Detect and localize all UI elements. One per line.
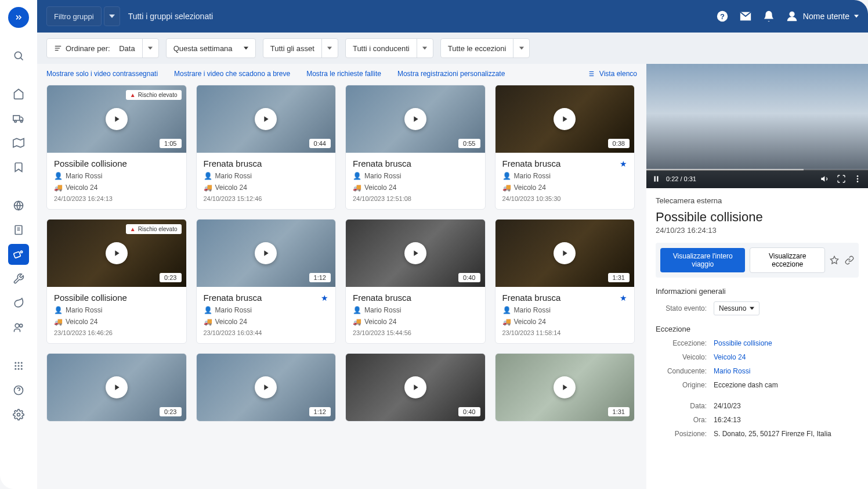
video-card[interactable]: 0:55Frenata brusca👤Mario Rossi🚚Veicolo 2… bbox=[345, 85, 486, 210]
pause-icon[interactable] bbox=[652, 175, 660, 183]
svg-rect-40 bbox=[657, 176, 658, 181]
video-card[interactable]: 1:12 bbox=[196, 353, 337, 422]
svg-rect-39 bbox=[654, 176, 656, 181]
list-icon bbox=[587, 70, 595, 78]
leaf-icon[interactable] bbox=[8, 293, 29, 314]
fullscreen-icon[interactable] bbox=[837, 174, 846, 184]
vehicle-name: Veicolo 24 bbox=[364, 184, 396, 192]
svg-point-18 bbox=[15, 365, 16, 367]
user-icon bbox=[786, 10, 798, 23]
card-timestamp: 24/10/2023 10:35:30 bbox=[502, 195, 628, 202]
play-button[interactable] bbox=[404, 108, 426, 130]
person-icon: 👤 bbox=[353, 306, 361, 314]
play-button[interactable] bbox=[404, 242, 426, 264]
volume-icon[interactable] bbox=[820, 174, 830, 184]
view-trip-button[interactable]: Visualizzare l'intero viaggio bbox=[660, 248, 745, 272]
svg-point-26 bbox=[17, 414, 20, 416]
star-icon: ★ bbox=[620, 293, 627, 303]
vehicle-link[interactable]: Veicolo 24 bbox=[714, 353, 746, 361]
video-card[interactable]: ▲Rischio elevato1:05Possibile collisione… bbox=[46, 85, 187, 210]
video-card[interactable]: 0:40Frenata brusca👤Mario Rossi🚚Veicolo 2… bbox=[345, 219, 486, 344]
link-marked-videos[interactable]: Mostrare solo i video contrassegnati bbox=[46, 70, 158, 78]
period-dropdown[interactable]: Questa settimana bbox=[166, 38, 256, 58]
play-button[interactable] bbox=[255, 376, 277, 398]
chevron-down-icon bbox=[854, 14, 859, 19]
video-card[interactable]: 0:40 bbox=[345, 353, 486, 422]
camera-nav-icon[interactable] bbox=[8, 244, 29, 265]
home-icon[interactable] bbox=[8, 84, 29, 105]
exceptions-dropdown[interactable]: Tutte le eccezioni bbox=[440, 38, 530, 58]
settings-icon[interactable] bbox=[8, 404, 29, 425]
link-failed-requests[interactable]: Mostra le richieste fallite bbox=[306, 70, 381, 78]
users-icon[interactable] bbox=[8, 317, 29, 338]
svg-point-4 bbox=[20, 120, 22, 122]
search-icon[interactable] bbox=[8, 45, 29, 66]
list-view-toggle[interactable]: Vista elenco bbox=[587, 70, 637, 78]
filter-links-row: Mostrare solo i video contrassegnati Mos… bbox=[46, 64, 637, 85]
mail-icon[interactable] bbox=[739, 10, 752, 23]
driver-link[interactable]: Mario Rossi bbox=[714, 367, 750, 375]
status-select[interactable]: Nessuno bbox=[714, 301, 760, 315]
svg-point-13 bbox=[15, 323, 19, 328]
svg-point-0 bbox=[15, 52, 21, 59]
more-icon[interactable] bbox=[853, 174, 862, 184]
view-exception-button[interactable]: Visualizzare eccezione bbox=[750, 247, 825, 273]
filter-groups-caret[interactable] bbox=[104, 6, 120, 26]
card-timestamp: 24/10/2023 16:24:13 bbox=[54, 195, 179, 202]
play-button[interactable] bbox=[255, 108, 277, 130]
play-button[interactable] bbox=[106, 242, 128, 264]
play-button[interactable] bbox=[106, 376, 128, 398]
person-icon: 👤 bbox=[204, 172, 212, 180]
apps-icon[interactable] bbox=[8, 355, 29, 376]
play-button[interactable] bbox=[554, 376, 576, 398]
video-card[interactable]: 0:23 bbox=[46, 353, 187, 422]
drivers-dropdown[interactable]: Tutti i conducenti bbox=[345, 38, 433, 58]
video-card[interactable]: 1:31 bbox=[495, 353, 635, 422]
bell-icon[interactable] bbox=[762, 10, 775, 23]
assets-dropdown[interactable]: Tutti gli asset bbox=[263, 38, 338, 58]
svg-line-1 bbox=[21, 58, 23, 60]
svg-marker-41 bbox=[821, 176, 824, 181]
video-time: 0:22 / 0:31 bbox=[666, 175, 696, 182]
camera-label: Telecamera esterna bbox=[656, 196, 859, 205]
sort-dropdown[interactable]: Ordinare per: Data bbox=[46, 38, 159, 58]
exception-link[interactable]: Possibile collisione bbox=[714, 339, 772, 347]
filter-status-text: Tutti i gruppi selezionati bbox=[128, 12, 214, 21]
globe-icon[interactable] bbox=[8, 195, 29, 216]
topbar: Filtro gruppi Tutti i gruppi selezionati… bbox=[37, 0, 868, 33]
video-card[interactable]: 1:31Frenata brusca★👤Mario Rossi🚚Veicolo … bbox=[495, 219, 635, 344]
video-card[interactable]: 0:44Frenata brusca👤Mario Rossi🚚Veicolo 2… bbox=[196, 85, 337, 210]
user-menu[interactable]: Nome utente bbox=[786, 10, 859, 23]
svg-point-16 bbox=[18, 362, 20, 364]
star-button[interactable] bbox=[830, 256, 839, 265]
vehicle-name: Veicolo 24 bbox=[364, 318, 396, 326]
card-title: Frenata brusca bbox=[353, 293, 411, 303]
help-icon[interactable] bbox=[8, 380, 29, 401]
video-card[interactable]: 1:12Frenata brusca★👤Mario Rossi🚚Veicolo … bbox=[196, 219, 337, 344]
play-button[interactable] bbox=[554, 108, 576, 130]
play-button[interactable] bbox=[554, 242, 576, 264]
map-icon[interactable] bbox=[8, 132, 29, 153]
video-card[interactable]: 0:38Frenata brusca★👤Mario Rossi🚚Veicolo … bbox=[495, 85, 635, 210]
link-expiring-videos[interactable]: Mostrare i video che scadono a breve bbox=[174, 70, 290, 78]
link-button[interactable] bbox=[845, 256, 854, 265]
play-button[interactable] bbox=[404, 376, 426, 398]
truck-small-icon: 🚚 bbox=[353, 318, 361, 326]
svg-point-12 bbox=[20, 251, 22, 253]
play-button[interactable] bbox=[106, 108, 128, 130]
wrench-icon[interactable] bbox=[8, 268, 29, 289]
help-circle-icon[interactable]: ? bbox=[716, 10, 729, 23]
truck-icon[interactable] bbox=[8, 108, 29, 129]
video-player[interactable]: 0:22 / 0:31 bbox=[646, 64, 868, 188]
card-title: Possibile collisione bbox=[54, 293, 127, 303]
svg-point-23 bbox=[21, 368, 23, 370]
play-button[interactable] bbox=[255, 242, 277, 264]
bookmark-icon[interactable] bbox=[8, 157, 29, 178]
report-icon[interactable] bbox=[8, 220, 29, 240]
filter-groups-button[interactable]: Filtro gruppi bbox=[46, 6, 102, 26]
video-card[interactable]: ▲Rischio elevato0:23Possibile collisione… bbox=[46, 219, 187, 344]
detail-title: Possibile collisione bbox=[656, 210, 859, 225]
link-custom-recordings[interactable]: Mostra registrazioni personalizzate bbox=[397, 70, 505, 78]
section-general: Informazioni generali bbox=[656, 287, 859, 296]
expand-sidebar-button[interactable] bbox=[8, 7, 29, 28]
